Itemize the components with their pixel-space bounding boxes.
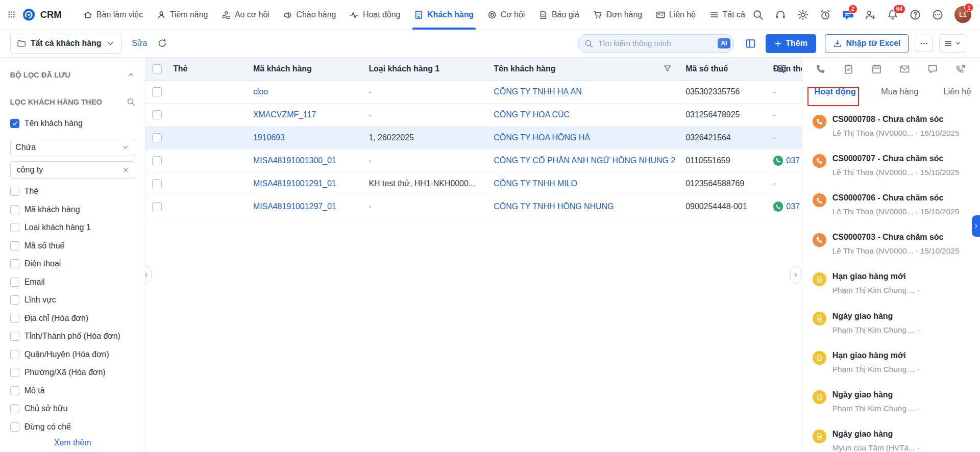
help-icon[interactable] xyxy=(910,9,921,20)
checkbox-unchecked[interactable] xyxy=(10,205,19,214)
filter-field-item[interactable]: Mã số thuế xyxy=(10,237,135,255)
row-checkbox[interactable] xyxy=(152,110,161,119)
checkbox-unchecked[interactable] xyxy=(10,295,19,305)
filter-field-item[interactable]: Quận/Huyện (Hóa đơn) xyxy=(10,345,135,364)
table-row[interactable]: MISA48191001291_01 KH test thử, HH1-NKH0… xyxy=(145,172,802,195)
activity-item[interactable]: Hạn giao hàng mới Phạm Thị Kim Chung ...… xyxy=(813,264,971,304)
row-checkbox[interactable] xyxy=(152,133,161,142)
user-avatar[interactable]: L1 1 xyxy=(954,6,971,23)
nav-item[interactable]: Ao cơ hội xyxy=(215,0,277,30)
call-icon[interactable] xyxy=(773,156,783,166)
checkbox-unchecked[interactable] xyxy=(10,278,19,287)
chat-icon[interactable]: 2 xyxy=(842,9,854,20)
nav-item[interactable]: Bàn làm việc xyxy=(77,0,150,30)
select-all-checkbox[interactable] xyxy=(152,64,161,73)
filter-field-item[interactable]: Tỉnh/Thành phố (Hóa đơn) xyxy=(10,327,135,345)
filter-field-item[interactable]: Mã khách hàng xyxy=(10,200,135,219)
column-header-code[interactable]: Mã khách hàng xyxy=(248,64,364,73)
column-header-type[interactable]: Loại khách hàng 1 xyxy=(364,64,489,73)
email-icon[interactable] xyxy=(899,64,910,74)
activity-item[interactable]: Hạn giao hàng mới Phạm Thị Kim Chung ...… xyxy=(813,343,971,382)
customer-code-link[interactable]: XMACVZMF_117 xyxy=(253,110,316,119)
activity-item[interactable]: CS0000703 - Chưa chăm sóc Lê Thị Thoa (N… xyxy=(813,225,971,264)
customer-name-link[interactable]: CÔNG TY TNHH MILO xyxy=(494,179,577,188)
checkbox-unchecked[interactable] xyxy=(10,332,19,341)
filter-field-item[interactable]: Đừng có chế xyxy=(10,418,135,436)
filter-operator-select[interactable]: Chứa xyxy=(10,139,135,156)
checkbox-unchecked[interactable] xyxy=(10,368,19,377)
outbound-call-icon[interactable] xyxy=(955,64,966,74)
filter-field-item[interactable]: Chủ sở hữu xyxy=(10,399,135,418)
nav-item[interactable]: Hoạt động xyxy=(343,0,407,30)
filter-icon[interactable] xyxy=(663,64,672,73)
customer-code-link[interactable]: MISA48191001300_01 xyxy=(253,156,336,165)
nav-item[interactable]: Cơ hội xyxy=(481,0,532,30)
chevron-up-icon[interactable] xyxy=(127,70,135,79)
column-header-name[interactable]: Tên khách hàng xyxy=(489,64,681,73)
reminder-icon[interactable] xyxy=(819,9,831,20)
nav-item[interactable]: Tất cả xyxy=(702,0,752,30)
column-header-tag[interactable]: Thẻ xyxy=(168,64,248,73)
row-checkbox[interactable] xyxy=(152,202,161,211)
message-icon[interactable] xyxy=(927,64,938,74)
nav-item[interactable]: Liên hệ xyxy=(649,0,703,30)
app-launcher-icon[interactable] xyxy=(8,9,15,20)
checkbox-unchecked[interactable] xyxy=(10,223,19,232)
filter-field-item[interactable]: Phường/Xã (Hóa đơn) xyxy=(10,363,135,382)
filter-field-item[interactable]: Email xyxy=(10,273,135,291)
activity-item[interactable]: Ngày giao hàng Phạm Thị Kim Chung ... · xyxy=(813,304,971,343)
filter-field-item[interactable]: Địa chỉ (Hóa đơn) xyxy=(10,309,135,328)
nav-item[interactable]: Khách hàng xyxy=(407,0,481,30)
checkbox-unchecked[interactable] xyxy=(10,187,19,196)
nav-item[interactable]: Đơn hàng xyxy=(586,0,649,30)
customer-name-link[interactable]: CÔNG TY CỔ PHẦN ANH NGỮ HỒNG NHUNG 2 xyxy=(494,156,675,165)
column-header-tax[interactable]: Mã số thuế xyxy=(680,64,768,73)
filter-field-item[interactable]: Lĩnh vực xyxy=(10,291,135,309)
customer-name-link[interactable]: CÔNG TY HOA CÚC xyxy=(494,110,570,119)
checkbox-unchecked[interactable] xyxy=(10,422,19,432)
activity-item[interactable]: CS0000706 - Chưa chăm sóc Lê Thị Thoa (N… xyxy=(813,186,971,225)
customer-name-link[interactable]: CÔNG TY TNHH HẠ AN xyxy=(494,87,581,96)
row-checkbox[interactable] xyxy=(152,179,161,188)
checkbox-unchecked[interactable] xyxy=(10,350,19,359)
add-button[interactable]: Thêm xyxy=(766,34,816,53)
filter-field-item[interactable]: Loại khách hàng 1 xyxy=(10,218,135,237)
activity-item[interactable]: CS0000708 - Chưa chăm sóc Lê Thị Thoa (N… xyxy=(813,107,971,146)
clear-icon[interactable] xyxy=(122,166,130,174)
checkbox-unchecked[interactable] xyxy=(10,259,19,268)
crm-logo-icon[interactable] xyxy=(23,7,35,23)
view-selector-dropdown[interactable]: Tất cả khách hàng xyxy=(10,34,122,54)
customer-code-link[interactable]: MISA48191001297_01 xyxy=(253,202,336,211)
checkbox-unchecked[interactable] xyxy=(10,386,19,395)
smart-search-input[interactable] xyxy=(597,38,714,48)
customer-code-link[interactable]: 1910693 xyxy=(253,133,285,142)
expand-panel-button[interactable] xyxy=(972,215,980,237)
row-checkbox[interactable] xyxy=(152,156,161,165)
search-icon[interactable] xyxy=(127,97,135,106)
filter-field-name[interactable]: Tên khách hàng xyxy=(10,114,135,133)
panel-tab[interactable]: Mua hàng xyxy=(881,87,918,97)
activity-item[interactable]: Ngày giao hàng Phạm Thị Kim Chung ... · xyxy=(813,382,971,421)
saved-filters-header[interactable]: BỘ LỌC ĐÃ LƯU xyxy=(10,70,135,80)
table-row[interactable]: 1910693 1, 26022025 CÔNG TY HOA HỒNG HÀ … xyxy=(145,127,802,149)
notifications-icon[interactable]: 64 xyxy=(887,9,899,20)
table-row[interactable]: MISA48191001300_01 - CÔNG TY CỔ PHẦN ANH… xyxy=(145,149,802,172)
panel-tab[interactable]: Liên hệ xyxy=(943,87,971,97)
nav-item[interactable]: Báo giá xyxy=(532,0,586,30)
filter-field-item[interactable]: Điện thoại xyxy=(10,255,135,273)
view-options-button[interactable] xyxy=(939,34,966,53)
checkbox-unchecked[interactable] xyxy=(10,404,19,413)
filter-value-input[interactable] xyxy=(15,165,118,175)
activity-item[interactable]: Ngày giao hàng Myun của Tâm (HVTà... · xyxy=(813,421,971,452)
call-icon[interactable] xyxy=(773,202,783,212)
refresh-icon[interactable] xyxy=(157,38,167,48)
settings-icon[interactable] xyxy=(797,9,808,20)
board-view-button[interactable] xyxy=(741,34,760,53)
table-row[interactable]: cloo - CÔNG TY TNHH HẠ AN 035302335756 - xyxy=(145,81,802,104)
call-icon[interactable] xyxy=(815,64,826,74)
collapse-sidebar-button[interactable] xyxy=(145,266,152,284)
checkbox-unchecked[interactable] xyxy=(10,241,19,250)
search-icon[interactable] xyxy=(752,9,764,20)
more-actions-button[interactable] xyxy=(915,35,933,52)
telesales-icon[interactable] xyxy=(774,9,786,20)
